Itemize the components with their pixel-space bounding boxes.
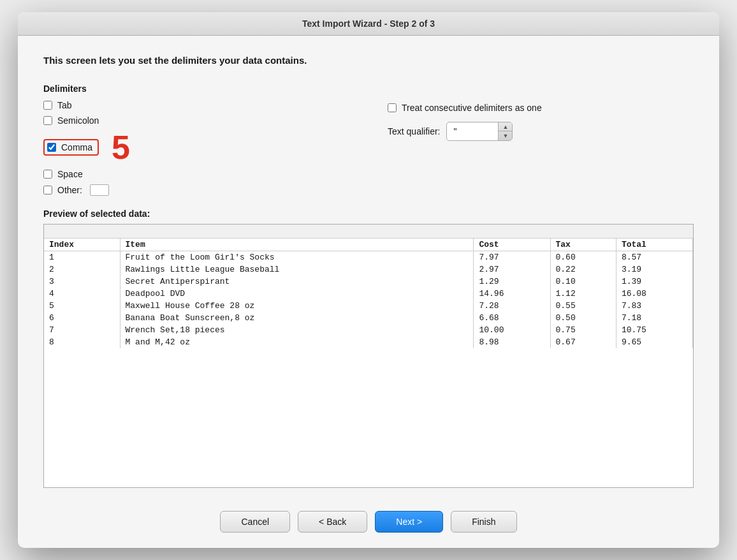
spinner-down-button[interactable]: ▼	[499, 131, 512, 140]
table-cell: 10.75	[616, 324, 692, 336]
label-other[interactable]: Other:	[57, 185, 82, 195]
table-cell: Banana Boat Sunscreen,8 oz	[120, 312, 474, 324]
qualifier-spinner[interactable]: ▲ ▼	[498, 122, 512, 140]
title-bar: Text Import Wizard - Step 2 of 3	[18, 12, 719, 36]
checkbox-tab[interactable]	[43, 101, 52, 110]
table-header-row: Index Item Cost Tax Total	[44, 239, 693, 251]
col-index: Index	[44, 239, 120, 251]
col-total: Total	[616, 239, 692, 251]
table-cell: 8.98	[474, 336, 550, 348]
delimiters-right: Treat consecutive delimiters as one Text…	[349, 100, 694, 196]
label-comma[interactable]: Comma	[61, 142, 92, 152]
table-cell: Secret Antiperspirant	[120, 276, 474, 288]
back-button[interactable]: < Back	[298, 511, 367, 533]
table-cell: Deadpool DVD	[120, 288, 474, 300]
table-cell: M and M,42 oz	[120, 336, 474, 348]
checkbox-treat-consecutive[interactable]	[388, 103, 397, 112]
table-row: 5Maxwell House Coffee 28 oz7.280.557.83	[44, 300, 693, 312]
table-cell: 4	[44, 288, 120, 300]
table-cell: 8	[44, 336, 120, 348]
checkbox-row-tab: Tab	[43, 100, 349, 110]
col-tax: Tax	[550, 239, 616, 251]
delimiters-left: Tab Semicolon Comma 5	[43, 100, 349, 196]
table-cell: 0.22	[550, 263, 616, 276]
qualifier-select-wrapper[interactable]: " ▲ ▼	[446, 122, 513, 141]
table-cell: 7	[44, 324, 120, 336]
table-cell: 3.19	[616, 263, 692, 276]
table-cell: 9.65	[616, 336, 692, 348]
table-cell: 2	[44, 263, 120, 276]
checkbox-row-space: Space	[43, 169, 349, 179]
table-row: 7Wrench Set,18 pieces10.000.7510.75	[44, 324, 693, 336]
label-space[interactable]: Space	[57, 169, 83, 179]
finish-button[interactable]: Finish	[451, 511, 516, 533]
table-cell: 7.18	[616, 312, 692, 324]
other-delimiter-input[interactable]	[90, 184, 109, 196]
table-cell: Fruit of the Loom Girl's Socks	[120, 251, 474, 264]
table-row: 1Fruit of the Loom Girl's Socks7.970.608…	[44, 251, 693, 264]
annotation-number: 5	[112, 131, 130, 164]
table-cell: 6.68	[474, 312, 550, 324]
comma-row-wrapper: Comma 5	[43, 131, 349, 164]
preview-section: Preview of selected data: Index Item Cos…	[43, 209, 694, 488]
label-semicolon[interactable]: Semicolon	[57, 115, 99, 126]
table-cell: Wrench Set,18 pieces	[120, 324, 474, 336]
spinner-up-button[interactable]: ▲	[499, 122, 512, 131]
table-cell: 1.29	[474, 276, 550, 288]
table-cell: 0.60	[550, 251, 616, 264]
label-treat-consecutive[interactable]: Treat consecutive delimiters as one	[402, 103, 542, 113]
table-cell: 7.97	[474, 251, 550, 264]
col-item: Item	[120, 239, 474, 251]
delimiters-section: Delimiters Tab Semicolon	[43, 84, 694, 196]
checkbox-other[interactable]	[43, 186, 52, 195]
table-cell: 1.12	[550, 288, 616, 300]
intro-text: This screen lets you set the delimiters …	[43, 55, 694, 66]
checkbox-row-semicolon: Semicolon	[43, 115, 349, 126]
table-cell: 5	[44, 300, 120, 312]
dialog-window: Text Import Wizard - Step 2 of 3 This sc…	[18, 12, 719, 548]
next-button[interactable]: Next >	[375, 511, 443, 533]
table-cell: 7.28	[474, 300, 550, 312]
checkbox-space[interactable]	[43, 170, 52, 179]
table-row: 2Rawlings Little League Baseball2.970.22…	[44, 263, 693, 276]
table-row: 3Secret Antiperspirant1.290.101.39	[44, 276, 693, 288]
table-cell: Rawlings Little League Baseball	[120, 263, 474, 276]
table-cell: 1.39	[616, 276, 692, 288]
table-cell: 0.10	[550, 276, 616, 288]
table-cell: 1	[44, 251, 120, 264]
checkbox-semicolon[interactable]	[43, 116, 52, 125]
qualifier-value: "	[447, 124, 498, 138]
text-qualifier-row: Text qualifier: " ▲ ▼	[388, 122, 694, 141]
table-cell: 0.75	[550, 324, 616, 336]
table-row: 4Deadpool DVD14.961.1216.08	[44, 288, 693, 300]
table-row: 8M and M,42 oz8.980.679.65	[44, 336, 693, 348]
footer: Cancel < Back Next > Finish	[18, 501, 719, 548]
table-row: 6Banana Boat Sunscreen,8 oz6.680.507.18	[44, 312, 693, 324]
preview-label: Preview of selected data:	[43, 209, 694, 219]
checkbox-comma[interactable]	[47, 143, 56, 152]
table-cell: 0.67	[550, 336, 616, 348]
delimiters-label: Delimiters	[43, 84, 694, 94]
table-cell: 10.00	[474, 324, 550, 336]
table-cell: 2.97	[474, 263, 550, 276]
treat-consecutive-row: Treat consecutive delimiters as one	[388, 103, 694, 113]
cancel-button[interactable]: Cancel	[220, 511, 290, 533]
checkbox-row-comma-highlighted: Comma	[43, 139, 99, 156]
table-cell: Maxwell House Coffee 28 oz	[120, 300, 474, 312]
table-cell: 6	[44, 312, 120, 324]
text-qualifier-label: Text qualifier:	[388, 126, 440, 136]
delimiters-area: Tab Semicolon Comma 5	[43, 100, 694, 196]
table-cell: 7.83	[616, 300, 692, 312]
label-tab[interactable]: Tab	[57, 100, 72, 110]
col-cost: Cost	[474, 239, 550, 251]
checkbox-row-other: Other:	[43, 184, 349, 196]
dialog-content: This screen lets you set the delimiters …	[18, 36, 719, 501]
dialog-title: Text Import Wizard - Step 2 of 3	[302, 18, 435, 29]
preview-header-row	[44, 225, 693, 239]
preview-table: Index Item Cost Tax Total 1Fruit of the …	[44, 239, 693, 348]
preview-area[interactable]: Index Item Cost Tax Total 1Fruit of the …	[43, 224, 694, 488]
table-cell: 16.08	[616, 288, 692, 300]
table-cell: 0.50	[550, 312, 616, 324]
table-cell: 3	[44, 276, 120, 288]
table-cell: 14.96	[474, 288, 550, 300]
